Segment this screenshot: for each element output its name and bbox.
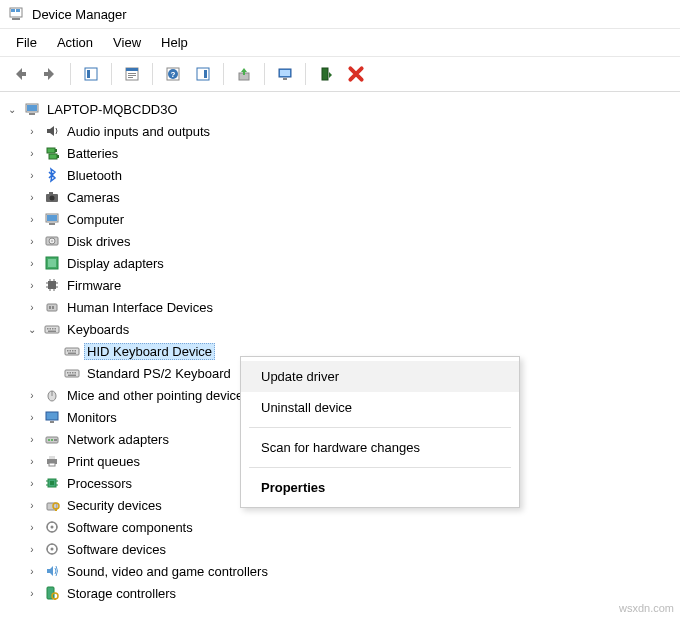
svg-rect-61	[75, 350, 77, 352]
svg-rect-22	[27, 105, 37, 111]
tree-category[interactable]: ›Audio inputs and outputs	[24, 120, 676, 142]
app-icon	[8, 6, 24, 22]
enable-device-button[interactable]	[312, 61, 340, 87]
uninstall-device-button[interactable]	[342, 61, 370, 87]
context-menu-update-driver[interactable]: Update driver	[241, 361, 519, 392]
svg-rect-38	[48, 259, 56, 267]
menu-action[interactable]: Action	[47, 31, 103, 54]
tree-category[interactable]: ›Computer	[24, 208, 676, 230]
category-label: Disk drives	[64, 233, 134, 250]
expand-icon[interactable]: ›	[24, 148, 40, 159]
svg-point-36	[51, 240, 53, 242]
svg-rect-58	[67, 350, 69, 352]
computer-icon	[44, 211, 60, 227]
toolbar-separator	[70, 63, 71, 85]
network-icon	[44, 431, 60, 447]
category-label: Display adapters	[64, 255, 167, 272]
svg-rect-8	[128, 73, 136, 74]
expand-icon[interactable]: ›	[24, 588, 40, 599]
collapse-icon[interactable]: ⌄	[4, 104, 20, 115]
window-title: Device Manager	[32, 7, 127, 22]
svg-rect-23	[29, 113, 35, 115]
battery-icon	[44, 145, 60, 161]
svg-rect-72	[50, 421, 54, 423]
svg-rect-27	[57, 155, 59, 158]
collapse-icon[interactable]: ⌄	[24, 324, 40, 335]
update-driver-button[interactable]	[230, 61, 258, 87]
expand-icon[interactable]: ›	[24, 566, 40, 577]
forward-button[interactable]	[36, 61, 64, 87]
tree-category[interactable]: ›Firmware	[24, 274, 676, 296]
toolbar-separator	[223, 63, 224, 85]
bluetooth-icon	[44, 167, 60, 183]
expand-icon[interactable]: ›	[24, 126, 40, 137]
tree-category[interactable]: ›Software devices	[24, 538, 676, 560]
expand-icon[interactable]: ›	[24, 456, 40, 467]
tree-category[interactable]: ›Cameras	[24, 186, 676, 208]
show-hide-console-tree-button[interactable]	[77, 61, 105, 87]
tree-category[interactable]: ›Software components	[24, 516, 676, 538]
expand-icon[interactable]: ›	[24, 390, 40, 401]
context-menu-uninstall-device[interactable]: Uninstall device	[241, 392, 519, 423]
watermark: wsxdn.com	[619, 602, 674, 614]
context-menu-separator	[249, 427, 511, 428]
tree-category[interactable]: ›Bluetooth	[24, 164, 676, 186]
svg-rect-49	[49, 306, 51, 309]
svg-rect-25	[55, 149, 57, 152]
expand-icon[interactable]: ›	[24, 544, 40, 555]
context-menu-scan-hardware[interactable]: Scan for hardware changes	[241, 432, 519, 463]
help-button[interactable]: ?	[159, 61, 187, 87]
expand-icon[interactable]: ›	[24, 478, 40, 489]
svg-rect-62	[68, 353, 76, 355]
action-pane-button[interactable]	[189, 61, 217, 87]
camera-icon	[44, 189, 60, 205]
back-button[interactable]	[6, 61, 34, 87]
menu-view[interactable]: View	[103, 31, 151, 54]
svg-rect-59	[70, 350, 72, 352]
expand-icon[interactable]: ›	[24, 500, 40, 511]
sound-icon	[44, 563, 60, 579]
svg-rect-67	[75, 372, 77, 374]
svg-rect-60	[72, 350, 74, 352]
toolbar-separator	[111, 63, 112, 85]
expand-icon[interactable]: ›	[24, 434, 40, 445]
svg-rect-55	[55, 328, 57, 330]
context-menu: Update driver Uninstall device Scan for …	[240, 356, 520, 508]
expand-icon[interactable]: ›	[24, 192, 40, 203]
tree-category[interactable]: ›Sound, video and game controllers	[24, 560, 676, 582]
tree-category[interactable]: ›Batteries	[24, 142, 676, 164]
menu-file[interactable]: File	[6, 31, 47, 54]
category-label: Security devices	[64, 497, 165, 514]
expand-icon[interactable]: ›	[24, 302, 40, 313]
expand-icon[interactable]: ›	[24, 214, 40, 225]
category-label: Print queues	[64, 453, 143, 470]
svg-rect-33	[49, 223, 55, 225]
expand-icon[interactable]: ›	[24, 522, 40, 533]
svg-rect-65	[70, 372, 72, 374]
svg-rect-68	[68, 375, 76, 377]
tree-category[interactable]: ›Human Interface Devices	[24, 296, 676, 318]
title-bar: Device Manager	[0, 0, 680, 29]
expand-icon[interactable]: ›	[24, 280, 40, 291]
scan-hardware-button[interactable]	[271, 61, 299, 87]
tree-root[interactable]: ⌄ LAPTOP-MQBCDD3O	[4, 98, 676, 120]
menu-help[interactable]: Help	[151, 31, 198, 54]
expand-icon[interactable]: ›	[24, 412, 40, 423]
tree-category[interactable]: ›Storage controllers	[24, 582, 676, 604]
svg-rect-66	[72, 372, 74, 374]
tree-category[interactable]: ›Disk drives	[24, 230, 676, 252]
svg-rect-26	[49, 154, 57, 159]
svg-rect-3	[16, 9, 20, 12]
category-label: Sound, video and game controllers	[64, 563, 271, 580]
category-label: Bluetooth	[64, 167, 125, 184]
svg-rect-50	[52, 306, 54, 309]
expand-icon[interactable]: ›	[24, 258, 40, 269]
category-label: Audio inputs and outputs	[64, 123, 213, 140]
properties-button[interactable]	[118, 61, 146, 87]
tree-category[interactable]: ›Display adapters	[24, 252, 676, 274]
context-menu-properties[interactable]: Properties	[241, 472, 519, 503]
category-label: Batteries	[64, 145, 121, 162]
tree-category[interactable]: ⌄Keyboards	[24, 318, 676, 340]
expand-icon[interactable]: ›	[24, 170, 40, 181]
expand-icon[interactable]: ›	[24, 236, 40, 247]
